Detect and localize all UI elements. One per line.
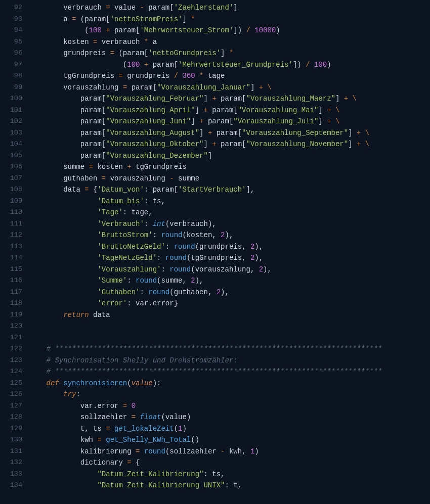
line-number: 98 [4, 70, 22, 82]
line-number: 126 [4, 389, 22, 400]
code-line[interactable]: 'Guthaben': round(guthaben, 2), [29, 287, 382, 298]
line-number: 118 [4, 298, 22, 309]
code-line[interactable]: sollzaehler = float(value) [29, 411, 382, 423]
code-line[interactable]: grundpreis = (param['nettoGrundpreis'] * [29, 48, 382, 59]
code-editor[interactable]: 9293949596979899100101102103104105106107… [0, 0, 430, 504]
line-number: 106 [4, 161, 22, 173]
code-line[interactable]: 'TageNetzGeld': round(tgGrundpreis, 2), [29, 252, 382, 264]
line-number: 95 [4, 36, 22, 48]
line-number: 131 [4, 446, 22, 457]
code-line[interactable]: # Synchronisation Shelly und Drehstromzä… [29, 355, 382, 366]
code-line[interactable]: "Datum_Zeit_Kalibrierung": ts, [29, 469, 382, 480]
code-line[interactable]: param["Vorauszahlung_Februar"] + param["… [29, 93, 382, 105]
code-line[interactable]: # **************************************… [29, 366, 382, 378]
line-number: 112 [4, 230, 22, 241]
code-line[interactable]: a = (param['nettoStromPreis'] * [29, 14, 382, 25]
line-number: 120 [4, 320, 22, 332]
line-number: 109 [4, 196, 22, 207]
line-number: 133 [4, 469, 22, 480]
line-number: 134 [4, 480, 22, 491]
line-number: 102 [4, 116, 22, 127]
line-number: 108 [4, 184, 22, 196]
code-line[interactable]: kwh = get_Shelly_KWh_Total() [29, 434, 382, 446]
line-number: 132 [4, 457, 22, 469]
code-line[interactable]: 'Verbrauch': int(verbrauch), [29, 218, 382, 230]
line-number: 119 [4, 309, 22, 321]
line-number: 101 [4, 105, 22, 116]
code-line[interactable]: (100 + param['Mehrwertsteuer_Strom']) / … [29, 25, 382, 36]
line-number: 111 [4, 218, 22, 230]
line-number-gutter: 9293949596979899100101102103104105106107… [0, 0, 29, 504]
code-line[interactable]: 'Tage': tage, [29, 207, 382, 218]
line-number: 129 [4, 423, 22, 435]
code-line[interactable]: param["Vorauszahlung_Oktober"] + param["… [29, 139, 382, 150]
code-line[interactable]: var.error = 0 [29, 400, 382, 412]
code-line[interactable]: 'BruttoStrom': round(kosten, 2), [29, 230, 382, 241]
code-line[interactable]: dictionary = { [29, 457, 382, 469]
code-line[interactable] [29, 320, 382, 332]
line-number: 100 [4, 93, 22, 105]
line-number: 104 [4, 139, 22, 150]
line-number: 122 [4, 343, 22, 355]
line-number: 121 [4, 332, 22, 344]
line-number: 114 [4, 252, 22, 264]
code-line[interactable]: t, ts = get_lokaleZeit(1) [29, 423, 382, 435]
code-line[interactable]: return data [29, 309, 382, 321]
code-line[interactable]: 'Vorauszahlung': round(vorauszahlung, 2)… [29, 264, 382, 276]
code-line[interactable]: tgGrundpreis = grundpreis / 360 * tage [29, 70, 382, 82]
code-line[interactable]: param["Vorauszahlung_Dezember"] [29, 150, 382, 162]
code-line[interactable] [29, 332, 382, 344]
line-number: 130 [4, 434, 22, 446]
line-number: 103 [4, 127, 22, 139]
code-line[interactable]: (100 + param['Mehrwertsteuer_Grundpreis'… [29, 59, 382, 71]
line-number: 107 [4, 173, 22, 185]
code-line[interactable]: 'Summe': round(summe, 2), [29, 275, 382, 287]
code-line[interactable]: data = {'Datum_von': param['StartVerbrau… [29, 184, 382, 196]
code-line[interactable]: param["Vorauszahlung_Juni"] + param["Vor… [29, 116, 382, 127]
line-number: 115 [4, 264, 22, 276]
code-line[interactable]: 'BruttoNetzGeld': round(grundpreis, 2), [29, 241, 382, 253]
code-line[interactable]: # **************************************… [29, 343, 382, 355]
line-number: 99 [4, 82, 22, 94]
line-number: 128 [4, 411, 22, 423]
line-number: 123 [4, 355, 22, 366]
code-content[interactable]: verbrauch = value - param['Zaehlerstand'… [29, 0, 382, 504]
line-number: 125 [4, 378, 22, 389]
line-number: 105 [4, 150, 22, 162]
line-number: 124 [4, 366, 22, 378]
code-line[interactable]: 'Datum_bis': ts, [29, 196, 382, 207]
code-line[interactable]: try: [29, 389, 382, 400]
code-line[interactable]: verbrauch = value - param['Zaehlerstand'… [29, 2, 382, 14]
line-number: 116 [4, 275, 22, 287]
line-number: 94 [4, 25, 22, 36]
code-line[interactable]: guthaben = vorauszahlung - summe [29, 173, 382, 185]
code-line[interactable]: summe = kosten + tgGrundpreis [29, 161, 382, 173]
line-number: 93 [4, 14, 22, 25]
line-number: 92 [4, 2, 22, 14]
line-number: 113 [4, 241, 22, 253]
line-number: 127 [4, 400, 22, 412]
code-line[interactable]: "Datum Zeit Kalibrierung UNIX": t, [29, 480, 382, 491]
code-line[interactable]: 'error': var.error} [29, 298, 382, 309]
code-line[interactable]: vorauszahlung = param["Vorauszahlung_Jan… [29, 82, 382, 94]
code-line[interactable]: kalibrierung = round(sollzaehler - kwh, … [29, 446, 382, 457]
code-line[interactable]: param["Vorauszahlung_April"] + param["Vo… [29, 105, 382, 116]
line-number: 117 [4, 287, 22, 298]
line-number: 110 [4, 207, 22, 218]
code-line[interactable]: param["Vorauszahlung_August"] + param["V… [29, 127, 382, 139]
line-number: 96 [4, 48, 22, 59]
code-line[interactable]: def synchronisieren(value): [29, 378, 382, 389]
line-number: 97 [4, 59, 22, 71]
code-line[interactable]: kosten = verbrauch * a [29, 36, 382, 48]
